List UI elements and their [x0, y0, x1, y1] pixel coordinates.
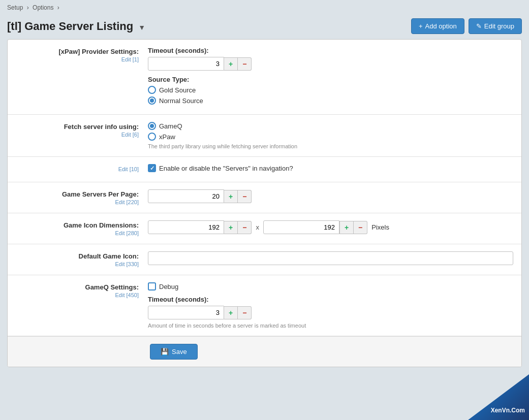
label-col-gameq: GameQ Settings: Edit [450]: [16, 282, 148, 299]
dimensions-group: + − x + − Pixels: [148, 220, 513, 234]
checkbox-nav-label[interactable]: Enable or disable the "Servers" in navig…: [148, 164, 513, 172]
timeout-label-1: Timeout (seconds):: [148, 47, 513, 54]
timeout-input-group-1: + −: [148, 57, 513, 71]
page-title: [tl] Game Server Listing ▼: [7, 20, 145, 33]
edit-link-nav[interactable]: Edit [10]: [118, 166, 139, 172]
checkbox-nav-sq: [148, 164, 156, 172]
control-col-gameq: Debug Timeout (seconds): + − Amount of t…: [148, 282, 513, 329]
section-fetch: Fetch server info using: Edit [6] GameQ …: [8, 115, 521, 157]
label-gameq: GameQ Settings:: [16, 283, 139, 291]
radio-normal-source[interactable]: Normal Source: [148, 96, 513, 105]
radio-xpaw[interactable]: xPaw: [148, 133, 513, 141]
breadcrumb-options[interactable]: Options: [33, 4, 53, 11]
dim-width-input[interactable]: [148, 220, 224, 234]
save-label: Save: [172, 348, 187, 356]
radio-gold-source-text: Gold Source: [159, 86, 196, 94]
dim-height-input[interactable]: [263, 220, 339, 234]
edit-link-fetch[interactable]: Edit [6]: [121, 132, 139, 138]
timeout-group-1: Timeout (seconds): + −: [148, 47, 513, 71]
per-page-input-group: + −: [148, 189, 513, 203]
edit-link-gameq[interactable]: Edit [450]: [115, 292, 139, 298]
control-col-fetch: GameQ xPaw The third party library using…: [148, 122, 513, 149]
default-icon-input[interactable]: [148, 251, 513, 265]
per-page-plus[interactable]: +: [224, 190, 238, 203]
form-row-dimensions: Game Icon Dimensions: Edit [280] + − x +…: [8, 213, 521, 244]
timeout-minus-2[interactable]: −: [238, 306, 252, 319]
checkbox-debug-text: Debug: [159, 283, 178, 290]
gameq-help-text: Amount of time in seconds before a serve…: [148, 322, 513, 329]
breadcrumb: Setup › Options ›: [0, 0, 529, 15]
section-gameq: GameQ Settings: Edit [450] Debug Timeout…: [8, 275, 521, 336]
timeout-input-1[interactable]: [148, 57, 224, 71]
dim-width-plus[interactable]: +: [224, 221, 238, 234]
timeout-minus-1[interactable]: −: [238, 57, 252, 71]
watermark-text: XenVn.Com: [491, 406, 525, 415]
form-row-fetch: Fetch server info using: Edit [6] GameQ …: [8, 115, 521, 156]
label-col-per-page: Game Servers Per Page: Edit [220]: [16, 189, 148, 206]
label-dimensions: Game Icon Dimensions:: [16, 221, 139, 229]
timeout-plus-2[interactable]: +: [224, 306, 238, 319]
per-page-minus[interactable]: −: [238, 190, 252, 203]
radio-gameq[interactable]: GameQ: [148, 122, 513, 130]
label-fetch: Fetch server info using:: [16, 123, 139, 131]
edit-group-label: Edit group: [484, 22, 514, 30]
plus-icon: +: [419, 22, 423, 30]
dim-unit: Pixels: [371, 223, 389, 231]
edit-group-button[interactable]: ✎ Edit group: [469, 18, 522, 34]
radio-gold-source-circle: [148, 86, 156, 94]
page-title-dropdown-arrow[interactable]: ▼: [138, 23, 145, 31]
radio-normal-source-circle: [148, 96, 156, 105]
control-col-dimensions: + − x + − Pixels: [148, 220, 513, 234]
timeout-input-2[interactable]: [148, 306, 224, 319]
edit-link-per-page[interactable]: Edit [220]: [115, 199, 139, 205]
radio-gameq-circle: [148, 122, 156, 130]
watermark: XenVn.Com: [468, 374, 529, 420]
label-default-icon: Default Game Icon:: [16, 252, 139, 260]
add-option-label: Add option: [425, 22, 457, 30]
page-wrapper: Setup › Options › [tl] Game Server Listi…: [0, 0, 529, 420]
form-row-gameq: GameQ Settings: Edit [450] Debug Timeout…: [8, 275, 521, 336]
radio-normal-source-text: Normal Source: [159, 97, 203, 105]
timeout-plus-1[interactable]: +: [224, 57, 238, 71]
breadcrumb-setup[interactable]: Setup: [7, 4, 23, 11]
dim-height-minus[interactable]: −: [354, 221, 367, 234]
timeout-input-group-2: + −: [148, 306, 513, 319]
edit-link-xpaw[interactable]: Edit [1]: [121, 56, 139, 62]
pencil-icon: ✎: [476, 22, 482, 30]
dim-height-plus[interactable]: +: [339, 221, 354, 234]
watermark-line2: .Com: [510, 407, 525, 414]
save-row: 💾 Save: [8, 336, 521, 367]
watermark-line1: XenVn: [491, 407, 510, 414]
header-bar: [tl] Game Server Listing ▼ + Add option …: [0, 15, 529, 39]
save-button[interactable]: 💾 Save: [150, 344, 198, 360]
control-col-xpaw: Timeout (seconds): + − Source Type: Gold…: [148, 47, 513, 107]
form-row-default-icon: Default Game Icon: Edit [330]: [8, 244, 521, 275]
checkbox-debug-sq: [148, 282, 156, 290]
checkbox-debug-label[interactable]: Debug: [148, 282, 513, 290]
label-col-default-icon: Default Game Icon: Edit [330]: [16, 251, 148, 268]
label-col-xpaw: [xPaw] Provider Settings: Edit [1]: [16, 47, 148, 63]
dim-width-minus[interactable]: −: [238, 221, 252, 234]
checkbox-nav-text: Enable or disable the "Servers" in navig…: [159, 165, 293, 172]
page-title-text: [tl] Game Server Listing: [7, 20, 133, 33]
form-row-nav: Edit [10] Enable or disable the "Servers…: [8, 157, 521, 182]
dim-x-separator: x: [256, 223, 259, 231]
per-page-input[interactable]: [148, 189, 224, 203]
edit-link-default-icon[interactable]: Edit [330]: [115, 261, 139, 267]
form-row-xpaw: [xPaw] Provider Settings: Edit [1] Timeo…: [8, 40, 521, 114]
radio-gold-source[interactable]: Gold Source: [148, 86, 513, 94]
edit-link-dimensions[interactable]: Edit [280]: [115, 230, 139, 236]
label-col-fetch: Fetch server info using: Edit [6]: [16, 122, 148, 138]
radio-gameq-text: GameQ: [159, 122, 182, 130]
label-col-dimensions: Game Icon Dimensions: Edit [280]: [16, 220, 148, 237]
content-card: [xPaw] Provider Settings: Edit [1] Timeo…: [7, 39, 522, 367]
label-per-page: Game Servers Per Page:: [16, 190, 139, 198]
save-icon: 💾: [161, 348, 169, 356]
section-nav: Edit [10] Enable or disable the "Servers…: [8, 157, 521, 182]
label-col-nav: Edit [10]: [16, 164, 148, 173]
radio-xpaw-text: xPaw: [159, 133, 175, 141]
timeout-label-2: Timeout (seconds):: [148, 296, 513, 303]
control-col-nav: Enable or disable the "Servers" in navig…: [148, 164, 513, 175]
label-xpaw: [xPaw] Provider Settings:: [16, 48, 139, 55]
add-option-button[interactable]: + Add option: [411, 18, 464, 34]
